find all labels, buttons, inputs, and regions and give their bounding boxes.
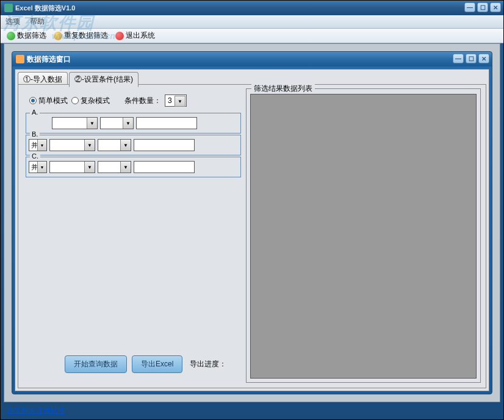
toolbar-filter-label: 数据筛选 bbox=[17, 30, 46, 41]
left-panel: 简单模式 复杂模式 条件数量： 3 A. bbox=[22, 90, 245, 383]
results-grid[interactable] bbox=[250, 94, 477, 379]
inner-window: 数据筛选窗口 — ☐ ✕ ①-导入数据 ②-设置条件(结果) bbox=[12, 51, 492, 394]
condition-count-value: 3 bbox=[168, 96, 172, 105]
inner-title: 数据筛选窗口 bbox=[27, 54, 71, 65]
condition-b-operator-select[interactable] bbox=[98, 139, 131, 151]
menubar: 选项 帮助 bbox=[1, 15, 503, 29]
radio-icon bbox=[71, 97, 79, 104]
radio-complex-mode[interactable]: 复杂模式 bbox=[71, 96, 110, 106]
inner-window-icon bbox=[16, 55, 24, 63]
toolbar-exit-label: 退出系统 bbox=[126, 30, 155, 41]
button-row: 开始查询数据 导出Excel 导出进度： bbox=[65, 355, 226, 373]
results-legend: 筛选结果数据列表 bbox=[251, 84, 315, 94]
condition-b-fieldset: B. 并 bbox=[26, 135, 241, 155]
mode-row: 简单模式 复杂模式 条件数量： 3 bbox=[22, 90, 245, 112]
export-progress-label: 导出进度： bbox=[190, 359, 226, 369]
outer-window-controls: — ☐ ✕ bbox=[464, 2, 501, 12]
radio-simple-label: 简单模式 bbox=[38, 96, 68, 106]
tab-content: 简单模式 复杂模式 条件数量： 3 A. bbox=[18, 84, 486, 388]
condition-a-fieldset: A. bbox=[26, 113, 241, 133]
exit-icon bbox=[115, 32, 124, 40]
outer-maximize-button[interactable]: ☐ bbox=[477, 2, 488, 12]
export-button[interactable]: 导出Excel bbox=[132, 355, 182, 373]
menu-options[interactable]: 选项 bbox=[5, 16, 20, 27]
condition-c-legend: C. bbox=[30, 152, 40, 160]
radio-complex-label: 复杂模式 bbox=[81, 96, 110, 106]
condition-count-label: 条件数量： bbox=[124, 96, 161, 106]
menu-help[interactable]: 帮助 bbox=[30, 16, 45, 27]
condition-b-legend: B. bbox=[30, 130, 40, 138]
toolbar-exit[interactable]: 退出系统 bbox=[113, 29, 157, 42]
condition-c-field-select[interactable] bbox=[49, 161, 95, 173]
dup-filter-icon bbox=[54, 32, 62, 40]
toolbar-dup-filter[interactable]: 重复数据筛选 bbox=[51, 29, 110, 42]
footer-purchase-link[interactable]: 淘宝购买注册软件 bbox=[7, 405, 65, 416]
right-panel: 筛选结果数据列表 bbox=[246, 88, 481, 383]
condition-b-logic-select[interactable]: 并 bbox=[29, 139, 47, 151]
inner-titlebar[interactable]: 数据筛选窗口 — ☐ ✕ bbox=[12, 52, 492, 66]
condition-a-operator-select[interactable] bbox=[100, 117, 134, 129]
toolbar-dup-filter-label: 重复数据筛选 bbox=[64, 30, 108, 41]
radio-icon bbox=[29, 97, 37, 104]
condition-a-legend: A. bbox=[30, 109, 40, 116]
client-area: 数据筛选窗口 — ☐ ✕ ①-导入数据 ②-设置条件(结果) bbox=[4, 43, 500, 402]
inner-client: ①-导入数据 ②-设置条件(结果) 简单模式 复杂模式 bbox=[15, 69, 489, 391]
query-button[interactable]: 开始查询数据 bbox=[65, 355, 127, 373]
condition-c-operator-select[interactable] bbox=[98, 161, 131, 173]
filter-icon bbox=[7, 32, 15, 40]
condition-b-value-input[interactable] bbox=[134, 139, 195, 151]
outer-minimize-button[interactable]: — bbox=[464, 2, 475, 12]
condition-count-select[interactable]: 3 bbox=[165, 94, 187, 107]
inner-maximize-button[interactable]: ☐ bbox=[466, 54, 477, 63]
condition-a-value-input[interactable] bbox=[136, 117, 197, 129]
outer-titlebar[interactable]: Excel 数据筛选V1.0 — ☐ ✕ bbox=[1, 1, 503, 15]
toolbar: 数据筛选 重复数据筛选 退出系统 bbox=[1, 29, 503, 43]
tab-set-conditions[interactable]: ②-设置条件(结果) bbox=[69, 72, 139, 87]
condition-a-field-select[interactable] bbox=[52, 117, 98, 129]
radio-simple-mode[interactable]: 简单模式 bbox=[29, 96, 68, 106]
condition-c-value-input[interactable] bbox=[134, 161, 195, 173]
outer-close-button[interactable]: ✕ bbox=[490, 2, 501, 12]
condition-c-fieldset: C. 并 bbox=[26, 157, 241, 177]
toolbar-filter[interactable]: 数据筛选 bbox=[4, 29, 49, 42]
results-fieldset: 筛选结果数据列表 bbox=[246, 88, 481, 383]
condition-c-logic-select[interactable]: 并 bbox=[29, 161, 47, 173]
inner-close-button[interactable]: ✕ bbox=[478, 54, 489, 63]
condition-b-field-select[interactable] bbox=[49, 139, 95, 151]
inner-minimize-button[interactable]: — bbox=[453, 54, 464, 63]
app-title: Excel 数据筛选V1.0 bbox=[15, 4, 75, 13]
main-window: Excel 数据筛选V1.0 — ☐ ✕ 河东软件园 www.pc0359.cn… bbox=[0, 0, 504, 420]
app-icon bbox=[4, 4, 13, 12]
inner-window-controls: — ☐ ✕ bbox=[453, 54, 489, 63]
